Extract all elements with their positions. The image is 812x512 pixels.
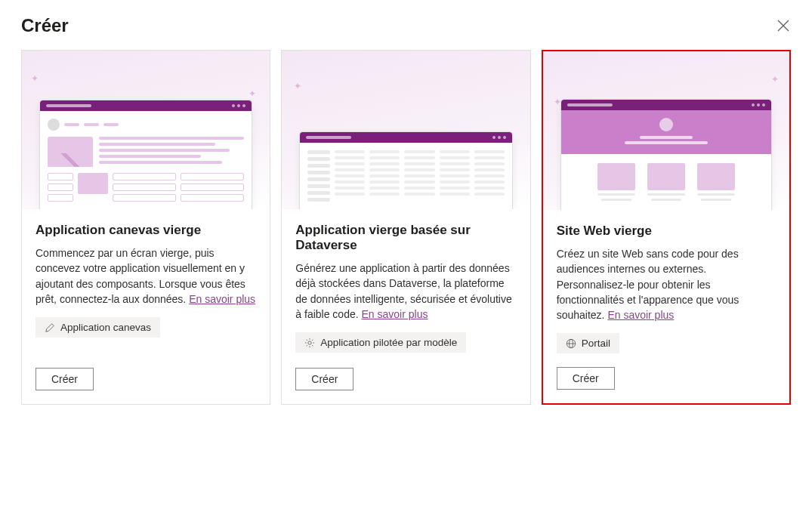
create-button[interactable]: Créer (295, 368, 354, 390)
card-thumbnail: ✦ (282, 51, 529, 209)
card-description: Commencez par un écran vierge, puis conc… (36, 245, 256, 307)
card-dataverse-app: ✦ (281, 50, 530, 405)
learn-more-link[interactable]: En savoir plus (189, 293, 255, 305)
globe-icon (566, 338, 576, 349)
card-canvas-app: ✦ ✦ (21, 50, 270, 405)
close-icon[interactable] (776, 18, 791, 33)
card-title: Application vierge basée sur Dataverse (295, 223, 516, 253)
gear-icon (304, 338, 315, 348)
learn-more-link[interactable]: En savoir plus (362, 308, 428, 320)
create-button[interactable]: Créer (36, 368, 94, 390)
card-grid: ✦ ✦ (21, 50, 791, 405)
page-title: Créer (21, 15, 69, 36)
pencil-icon (45, 322, 55, 333)
card-thumbnail: ✦ ✦ (543, 51, 789, 210)
app-type-tag: Application pilotée par modèle (295, 332, 466, 353)
app-type-tag: Application canevas (36, 317, 160, 338)
card-thumbnail: ✦ ✦ (22, 51, 270, 209)
card-description: Créez un site Web sans code pour des aud… (557, 246, 776, 322)
svg-point-2 (308, 341, 311, 344)
app-type-tag: Portail (557, 333, 619, 353)
learn-more-link[interactable]: En savoir plus (607, 309, 674, 321)
card-description: Générez une application à partir des don… (295, 261, 516, 322)
card-title: Site Web vierge (557, 224, 776, 239)
card-title: Application canevas vierge (36, 223, 256, 238)
create-button[interactable]: Créer (557, 367, 615, 390)
card-blank-website: ✦ ✦ Site Web vierge Créez un site Web sa… (542, 50, 791, 405)
